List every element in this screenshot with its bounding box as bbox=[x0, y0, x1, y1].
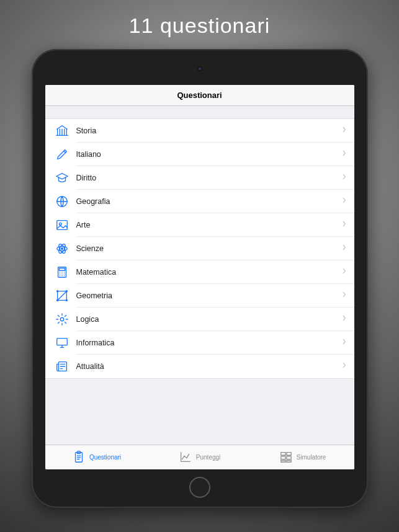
chevron-right-icon bbox=[342, 172, 347, 184]
chevron-right-icon bbox=[342, 267, 347, 278]
chevron-right-icon bbox=[342, 314, 347, 325]
pen-icon bbox=[54, 146, 70, 162]
tab-bar: QuestionariPunteggiSimulatore bbox=[45, 445, 354, 469]
grid-icon bbox=[279, 450, 293, 465]
list-item-label: Storia bbox=[76, 126, 342, 135]
home-button[interactable] bbox=[189, 477, 210, 498]
tab-simulatore[interactable]: Simulatore bbox=[251, 445, 354, 469]
list-item-label: Informatica bbox=[76, 339, 342, 347]
list-item[interactable]: Scienze bbox=[45, 237, 354, 260]
list-item-label: Italiano bbox=[76, 150, 342, 159]
category-list: StoriaItalianoDirittoGeografiaArteScienz… bbox=[45, 106, 354, 445]
clipboard-icon bbox=[72, 450, 86, 465]
tab-questionari[interactable]: Questionari bbox=[45, 445, 148, 469]
chart-icon bbox=[179, 450, 192, 465]
list-item-label: Attualità bbox=[76, 362, 342, 371]
list-item[interactable]: Geografia bbox=[45, 190, 354, 213]
list-item-label: Matematica bbox=[76, 268, 342, 277]
list-item-label: Geografia bbox=[76, 197, 342, 206]
list-item[interactable]: Storia bbox=[45, 119, 354, 143]
list-item[interactable]: Matematica bbox=[45, 260, 354, 284]
gear-icon bbox=[54, 311, 70, 327]
news-icon bbox=[54, 358, 70, 375]
tab-label: Questionari bbox=[89, 454, 121, 461]
chevron-right-icon bbox=[342, 219, 347, 231]
list-item[interactable]: Arte bbox=[45, 213, 354, 237]
list-item[interactable]: Logica bbox=[45, 308, 354, 331]
tab-label: Simulatore bbox=[297, 454, 326, 461]
chevron-right-icon bbox=[342, 149, 347, 160]
ipad-frame: Questionari StoriaItalianoDirittoGeograf… bbox=[32, 49, 368, 508]
tab-label: Punteggi bbox=[196, 454, 220, 461]
calc-icon bbox=[54, 264, 70, 280]
list-item[interactable]: Geometria bbox=[45, 284, 354, 308]
chevron-right-icon bbox=[342, 361, 347, 372]
list-item-label: Arte bbox=[76, 221, 342, 229]
picture-icon bbox=[54, 217, 70, 233]
camera-icon bbox=[197, 66, 202, 71]
page-headline: 11 questionari bbox=[129, 14, 271, 38]
nav-bar: Questionari bbox=[45, 85, 354, 106]
app-screen: Questionari StoriaItalianoDirittoGeograf… bbox=[45, 85, 354, 469]
list-item-label: Logica bbox=[76, 315, 342, 324]
chevron-right-icon bbox=[342, 125, 347, 136]
globe-icon bbox=[54, 193, 70, 210]
tab-punteggi[interactable]: Punteggi bbox=[148, 445, 251, 469]
chevron-right-icon bbox=[342, 290, 347, 301]
list-item[interactable]: Attualità bbox=[45, 355, 354, 378]
list-item-label: Diritto bbox=[76, 174, 342, 182]
list-item-label: Scienze bbox=[76, 244, 342, 253]
list-item[interactable]: Informatica bbox=[45, 331, 354, 355]
chevron-right-icon bbox=[342, 337, 347, 348]
chevron-right-icon bbox=[342, 243, 347, 254]
atom-icon bbox=[54, 241, 70, 257]
list-item[interactable]: Italiano bbox=[45, 143, 354, 166]
nav-title: Questionari bbox=[177, 91, 222, 100]
list-item-label: Geometria bbox=[76, 291, 342, 300]
shapes-icon bbox=[54, 288, 70, 304]
cap-icon bbox=[54, 170, 70, 186]
monitor-icon bbox=[54, 335, 70, 351]
list-item[interactable]: Diritto bbox=[45, 166, 354, 190]
chevron-right-icon bbox=[342, 196, 347, 207]
museum-icon bbox=[54, 123, 70, 139]
